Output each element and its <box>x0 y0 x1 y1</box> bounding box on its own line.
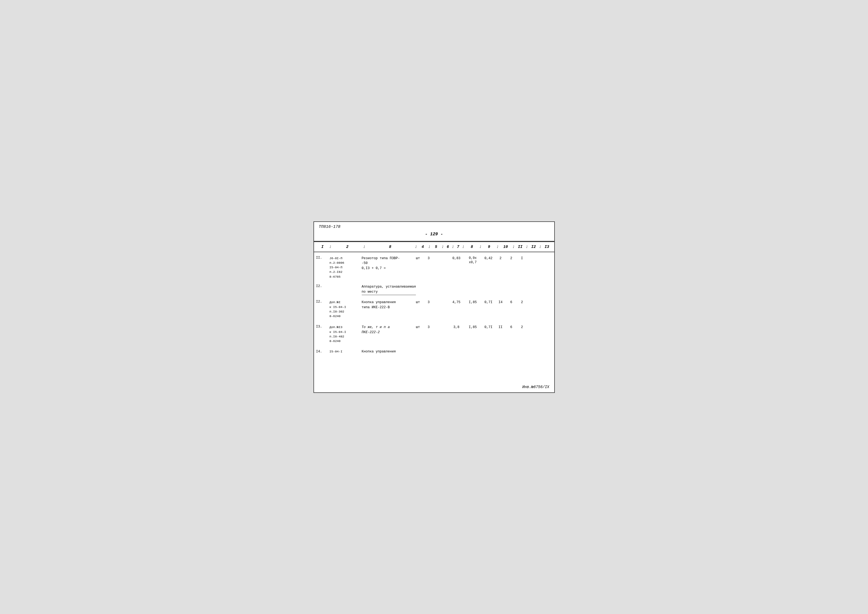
page-header: ТП816-178 - 129 - <box>314 222 554 242</box>
row-val13: 2 <box>517 300 528 304</box>
row-val13: I <box>517 256 528 260</box>
row-qty: 3 <box>423 300 434 304</box>
col-header-1: I <box>316 245 329 249</box>
col-header-9: 9 <box>482 245 496 249</box>
row-ref: I5-04-I <box>329 350 362 353</box>
bottom-stamp: Инв.№6756/IХ <box>522 385 550 389</box>
col-sep-8: : <box>479 245 482 249</box>
row-val9: I,85 <box>464 325 482 329</box>
row-unit: шт <box>413 256 423 260</box>
col-sep-11: : <box>525 245 528 249</box>
row-val10: 0,7I <box>482 300 495 304</box>
row-val12: 6 <box>506 300 517 304</box>
row-num: I3. <box>316 325 329 329</box>
row-val9: I,85 <box>464 300 482 304</box>
row-val13: 2 <box>517 325 528 329</box>
content-area: II. J6-0I-П п.2-0806 I5-04-П п.2-I82 8-6… <box>314 252 554 371</box>
section-desc: Аппаратура, устанавливаемая по месту <box>362 284 442 295</box>
row-desc: Резиотор типа ПЗВР- -50 0,I3 + 0,7 = <box>362 256 413 271</box>
col-header-8: 8 <box>465 245 479 249</box>
col-header-10: 10 <box>499 245 512 249</box>
row-unit: шт <box>413 300 423 304</box>
row-ref: Доп.№I3 к I5-04-I п.I8-482 8-6240 <box>329 325 362 343</box>
row-desc: Кнопка управления типа ИКЕ-222-В <box>362 300 413 310</box>
col-header-11: II <box>515 245 525 249</box>
section-num: I2. <box>316 284 329 288</box>
col-sep-10: : <box>512 245 515 249</box>
row-val8: 0,83 <box>449 256 464 260</box>
table-row: I4. I5-04-I Кнопка управления <box>314 346 554 360</box>
row-ref: Доп.№I к I5-04-I п.I8-302 8-6240 <box>329 300 362 318</box>
col-header-5: 5 <box>431 245 441 249</box>
col-sep-5: : <box>441 245 444 249</box>
row-num: I2. <box>316 300 329 304</box>
page-number: - 129 - <box>319 229 550 239</box>
col-sep-4: : <box>428 245 431 249</box>
row-num: II. <box>316 256 329 260</box>
col-sep-2: : <box>363 245 366 249</box>
row-val10: 0,42 <box>482 256 495 260</box>
col-header-4: 4 <box>418 245 428 249</box>
col-sep-7: : <box>462 245 465 249</box>
col-header-6: 6 <box>444 245 452 249</box>
col-header-7: 7 <box>455 245 462 249</box>
row-desc: То же, т и п а ПКЕ-222-2 <box>362 325 413 335</box>
row-num: I4. <box>316 350 329 354</box>
row-val11: II <box>495 325 506 329</box>
row-ref: J6-0I-П п.2-0806 I5-04-П п.2-I82 8-6785 <box>329 256 362 279</box>
doc-title: ТП816-178 <box>319 225 550 229</box>
table-row: II. J6-0I-П п.2-0806 I5-04-П п.2-I82 8-6… <box>314 252 554 282</box>
row-val11: 2 <box>495 256 506 260</box>
document-page: ТП816-178 - 129 - I : 2 : 8 : 4 : 5 : 6 … <box>314 222 555 393</box>
col-header-3: 8 <box>366 245 415 249</box>
table-row: I3. Доп.№I3 к I5-04-I п.I8-482 8-6240 То… <box>314 321 554 346</box>
col-sep-12: : <box>539 245 542 249</box>
col-header-2: 2 <box>332 245 363 249</box>
row-val9: 0,9х х0,7 <box>464 256 482 265</box>
col-sep-9: : <box>496 245 499 249</box>
row-unit: шт <box>413 325 423 329</box>
row-val12: 6 <box>506 325 517 329</box>
row-val12: 2 <box>506 256 517 260</box>
col-header-12: I2 <box>528 245 539 249</box>
table-row: I2. Доп.№I к I5-04-I п.I8-302 8-6240 Кно… <box>314 296 554 321</box>
section-header-row: I2. Аппаратура, устанавливаемая по месту <box>314 282 554 296</box>
row-val10: 0,7I <box>482 325 495 329</box>
row-val8: 3,8 <box>449 325 464 329</box>
row-desc: Кнопка управления <box>362 350 413 354</box>
row-qty: 3 <box>423 256 434 260</box>
col-sep-1: : <box>329 245 332 249</box>
column-header-row: I : 2 : 8 : 4 : 5 : 6 : 7 : 8 : 9 : 10 :… <box>314 242 554 252</box>
row-val8: 4,75 <box>449 300 464 304</box>
col-header-13: I3 <box>542 245 552 249</box>
col-sep-6: : <box>452 245 455 249</box>
row-qty: 3 <box>423 325 434 329</box>
row-val11: I4 <box>495 300 506 304</box>
col-sep-3: : <box>415 245 418 249</box>
